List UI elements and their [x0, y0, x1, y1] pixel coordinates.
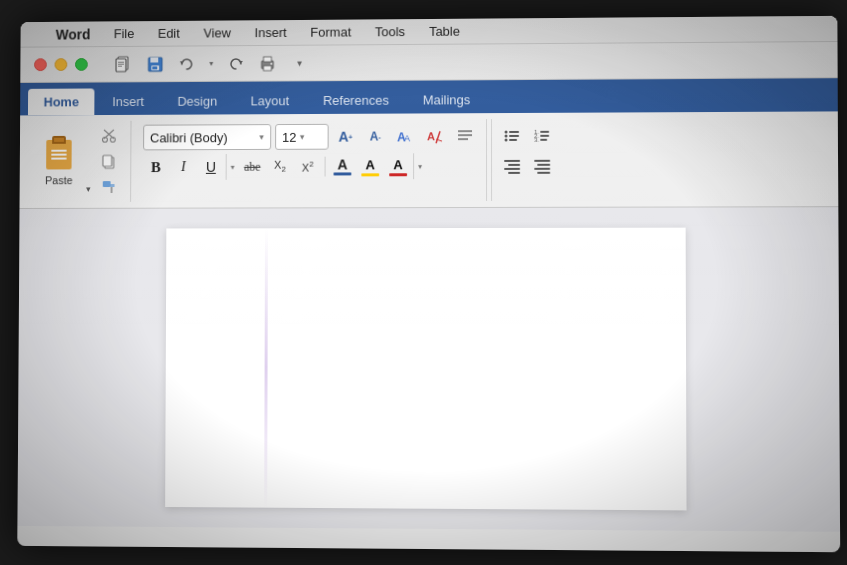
menu-file[interactable]: File [109, 24, 137, 43]
clipboard-lines [51, 149, 67, 159]
text-effects-bar [389, 172, 407, 175]
svg-rect-16 [263, 65, 271, 70]
text-highlight-button[interactable]: A [357, 153, 383, 179]
font-color-button[interactable]: A [329, 153, 355, 179]
bold-button[interactable]: B [142, 154, 168, 180]
decrease-indent-button[interactable] [498, 152, 526, 178]
tab-mailings[interactable]: Mailings [406, 86, 486, 113]
font-grow-button[interactable]: A+ [332, 123, 358, 149]
font-row2: B I U ▾ abe X2 X2 [142, 153, 477, 180]
window-chrome: ▾ ▾ [20, 41, 837, 82]
underline-button[interactable]: U [198, 154, 224, 180]
svg-rect-24 [102, 181, 110, 187]
svg-rect-51 [534, 167, 550, 169]
strikethrough-button[interactable]: abe [239, 153, 265, 179]
paste-dropdown[interactable]: ▾ [86, 184, 91, 198]
menu-table[interactable]: Table [425, 21, 464, 40]
paste-button[interactable]: Paste [35, 134, 82, 187]
superscript-button[interactable]: X2 [294, 153, 320, 179]
subscript-button[interactable]: X2 [267, 153, 293, 179]
underline-dropdown[interactable]: ▾ [225, 153, 237, 179]
svg-rect-34 [509, 130, 519, 132]
clear-formatting-button[interactable]: A [422, 123, 448, 149]
tab-home[interactable]: Home [27, 88, 94, 115]
svg-rect-45 [504, 159, 520, 161]
menu-tools[interactable]: Tools [370, 22, 408, 41]
svg-rect-32 [458, 138, 468, 140]
svg-rect-47 [504, 167, 520, 169]
svg-line-28 [436, 131, 440, 143]
svg-point-37 [504, 138, 507, 141]
menu-word[interactable]: Word [51, 24, 94, 44]
svg-rect-30 [458, 130, 472, 132]
font-size-arrow: ▾ [300, 131, 305, 141]
clipboard-line [51, 149, 67, 151]
redo-button[interactable] [223, 50, 249, 76]
save-button[interactable] [142, 51, 168, 77]
paste-group: Paste ▾ [27, 120, 131, 201]
print-button[interactable] [254, 50, 280, 76]
text-effects-icon: A [393, 156, 402, 171]
increase-indent-button[interactable] [528, 152, 556, 178]
clipboard-body [46, 139, 72, 169]
superscript-icon: X2 [301, 159, 313, 173]
doc-line-decoration [264, 228, 268, 507]
menu-insert[interactable]: Insert [250, 23, 290, 42]
clipboard-line [51, 153, 67, 155]
tab-layout[interactable]: Layout [234, 87, 304, 114]
text-effects-button[interactable]: A [385, 153, 411, 179]
tab-design[interactable]: Design [161, 87, 232, 114]
maximize-button[interactable] [75, 58, 88, 71]
svg-point-35 [504, 134, 507, 137]
strikethrough-icon: abe [244, 159, 260, 174]
new-document-button[interactable] [111, 51, 137, 77]
svg-rect-31 [458, 134, 472, 136]
cut-button[interactable] [95, 124, 123, 146]
paste-icon [41, 136, 76, 172]
svg-rect-40 [540, 130, 549, 132]
svg-rect-38 [509, 138, 517, 140]
svg-rect-15 [263, 56, 271, 61]
svg-rect-49 [534, 159, 550, 161]
numbering-button[interactable]: 1. 2. 3. [528, 122, 556, 148]
font-color-dropdown[interactable]: ▾ [413, 153, 425, 179]
document-page[interactable] [165, 227, 686, 510]
font-shrink-button[interactable]: A- [362, 123, 388, 149]
paragraph-row1: 1. 2. 3. [498, 122, 556, 148]
paragraph-lines-button[interactable] [452, 123, 478, 149]
change-case-button[interactable]: A A [392, 123, 418, 149]
tab-insert[interactable]: Insert [96, 88, 159, 115]
svg-rect-9 [150, 57, 158, 62]
svg-rect-42 [540, 134, 549, 136]
menu-edit[interactable]: Edit [153, 23, 183, 42]
svg-rect-23 [102, 155, 111, 166]
font-name-value: Calibri (Body) [150, 129, 255, 144]
svg-point-33 [504, 130, 507, 133]
font-name-select[interactable]: Calibri (Body) ▾ [143, 124, 271, 150]
ribbon-tabs: Home Insert Design Layout References Mai… [20, 78, 838, 115]
toolbar-more-button[interactable]: ▾ [286, 50, 312, 76]
paragraph-tools: 1. 2. 3. [491, 118, 562, 200]
copy-button[interactable] [94, 150, 122, 172]
undo-dropdown[interactable]: ▾ [205, 50, 217, 76]
paragraph-row2 [498, 152, 556, 178]
format-painter-button[interactable] [94, 176, 122, 198]
tab-references[interactable]: References [307, 86, 405, 113]
subscript-icon: X2 [274, 159, 286, 174]
font-name-arrow: ▾ [259, 132, 264, 142]
minimize-button[interactable] [54, 58, 67, 71]
bullets-button[interactable] [498, 122, 526, 148]
menu-view[interactable]: View [199, 23, 234, 42]
close-button[interactable] [34, 58, 47, 71]
paste-label: Paste [44, 174, 72, 186]
undo-button[interactable] [173, 50, 199, 76]
svg-rect-52 [537, 171, 550, 173]
clipboard-clip [52, 135, 66, 143]
font-size-select[interactable]: 12 ▾ [275, 123, 329, 149]
font-color-icon: A [337, 157, 347, 171]
highlight-icon: A [365, 156, 374, 171]
font-row1: Calibri (Body) ▾ 12 ▾ A+ A- A [143, 123, 478, 150]
font-color-bar [333, 172, 351, 175]
menu-format[interactable]: Format [306, 22, 355, 41]
italic-button[interactable]: I [170, 154, 196, 180]
